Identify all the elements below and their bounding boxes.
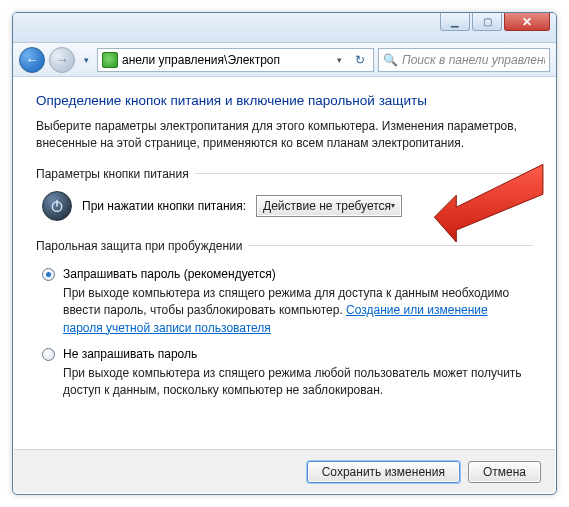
titlebar: ▁ ▢ ✕ — [13, 13, 556, 43]
address-dropdown[interactable]: ▾ — [331, 55, 347, 65]
minimize-icon: ▁ — [451, 16, 459, 27]
group-wake-legend: Парольная защита при пробуждении — [36, 239, 242, 253]
save-button[interactable]: Сохранить изменения — [307, 461, 460, 483]
radio-no-password[interactable] — [42, 348, 55, 361]
radio-require-password[interactable] — [42, 268, 55, 281]
chevron-down-icon: ▾ — [391, 201, 395, 210]
search-placeholder: Поиск в панели управления — [402, 53, 545, 67]
window: ▁ ▢ ✕ ← → ▾ анели управления\Электроп ▾ … — [12, 12, 557, 495]
divider — [195, 173, 533, 174]
content-area: Определение кнопок питания и включение п… — [14, 77, 555, 448]
arrow-left-icon: ← — [26, 52, 39, 67]
divider — [248, 245, 533, 246]
group-power-button: Параметры кнопки питания При нажатии кно… — [36, 167, 533, 227]
cancel-button[interactable]: Отмена — [468, 461, 541, 483]
footer: Сохранить изменения Отмена — [14, 449, 555, 493]
close-button[interactable]: ✕ — [504, 13, 550, 31]
no-password-desc: При выходе компьютера из спящего режима … — [63, 365, 527, 400]
nav-back-button[interactable]: ← — [19, 47, 45, 73]
address-bar[interactable]: анели управления\Электроп ▾ ↻ — [97, 48, 374, 72]
nav-toolbar: ← → ▾ анели управления\Электроп ▾ ↻ 🔍 По… — [13, 43, 556, 77]
close-icon: ✕ — [522, 15, 532, 29]
nav-history-dropdown[interactable]: ▾ — [79, 55, 93, 65]
control-panel-icon — [102, 52, 118, 68]
power-action-value: Действие не требуется — [263, 199, 391, 213]
radio-require-password-label: Запрашивать пароль (рекомендуется) — [63, 267, 276, 281]
refresh-button[interactable]: ↻ — [351, 53, 369, 67]
maximize-button[interactable]: ▢ — [472, 13, 502, 31]
radio-no-password-label: Не запрашивать пароль — [63, 347, 197, 361]
page-intro: Выберите параметры электропитания для эт… — [36, 118, 533, 153]
search-box[interactable]: 🔍 Поиск в панели управления — [378, 48, 550, 72]
power-icon — [42, 191, 72, 221]
maximize-icon: ▢ — [483, 16, 492, 27]
address-text: анели управления\Электроп — [122, 53, 280, 67]
group-power-legend: Параметры кнопки питания — [36, 167, 189, 181]
power-button-label: При нажатии кнопки питания: — [82, 199, 246, 213]
search-icon: 🔍 — [383, 53, 398, 67]
minimize-button[interactable]: ▁ — [440, 13, 470, 31]
group-wake-password: Парольная защита при пробуждении Запраши… — [36, 239, 533, 416]
require-password-desc: При выходе компьютера из спящего режима … — [63, 285, 527, 337]
power-action-combo[interactable]: Действие не требуется ▾ — [256, 195, 402, 217]
nav-forward-button[interactable]: → — [49, 47, 75, 73]
arrow-right-icon: → — [56, 52, 69, 67]
page-title: Определение кнопок питания и включение п… — [36, 93, 533, 108]
